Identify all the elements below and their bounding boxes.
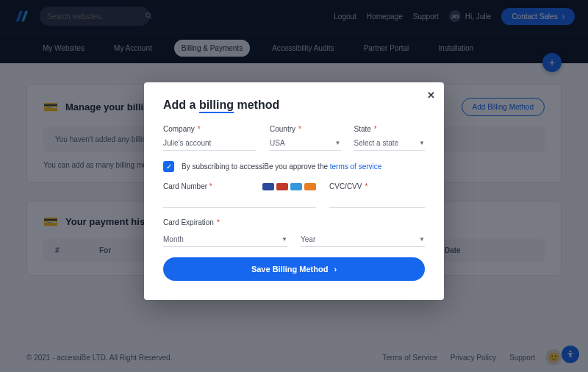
cvv-label: CVC/CVV* [329,182,425,190]
exp-month-select[interactable]: Month ▼ [163,234,287,247]
discover-icon [304,183,316,190]
modal-title-post: method [234,99,279,111]
consent-text: By subscribing to accessiBe you approve … [182,162,381,171]
modal-overlay: ✕ Add a billing method Company* Country*… [0,0,588,372]
country-label: Country* [270,125,341,133]
chevron-down-icon: ▼ [419,140,425,146]
exp-year-value: Year [301,235,315,243]
modal-title-underline: billing [199,99,234,113]
country-value: USA [270,139,285,147]
expiration-field: Card Expiration* [163,218,425,231]
state-select[interactable]: Select a state ▼ [354,137,426,151]
amex-icon [290,183,302,190]
company-label: Company* [163,125,257,133]
consent-row: ✓ By subscribing to accessiBe you approv… [163,161,425,172]
state-value: Select a state [354,139,399,147]
save-billing-label: Save Billing Method [251,265,329,273]
card-number-field: Card Number * [163,182,316,208]
chevron-down-icon: ▼ [335,140,341,146]
visa-icon [262,183,274,190]
modal-title: Add a billing method [163,99,425,112]
chevron-right-icon: › [334,265,337,273]
card-brand-icons [262,183,316,190]
exp-month-value: Month [163,235,184,243]
cvv-field: CVC/CVV* [329,182,425,208]
state-field: State* Select a state ▼ [354,125,426,151]
tos-link[interactable]: terms of service [330,162,382,171]
close-icon[interactable]: ✕ [427,90,435,101]
save-billing-button[interactable]: Save Billing Method › [163,257,425,281]
exp-year-select[interactable]: Year ▼ [301,234,425,247]
card-number-input[interactable] [163,195,316,208]
consent-checkbox[interactable]: ✓ [163,161,174,172]
exp-year-field: Year ▼ [301,234,425,247]
state-label: State* [354,125,426,133]
cvv-input[interactable] [329,195,425,208]
chevron-down-icon: ▼ [419,236,425,243]
country-select[interactable]: USA ▼ [270,137,341,151]
company-input[interactable] [163,137,257,151]
country-field: Country* USA ▼ [270,125,341,151]
company-field: Company* [163,125,257,151]
chevron-down-icon: ▼ [282,236,287,243]
expiration-label: Card Expiration* [163,218,425,226]
mastercard-icon [276,183,288,190]
card-number-label: Card Number * [163,182,316,190]
modal-title-pre: Add a [163,99,199,111]
add-billing-modal: ✕ Add a billing method Company* Country*… [144,82,444,300]
exp-month-field: Month ▼ [163,234,287,247]
